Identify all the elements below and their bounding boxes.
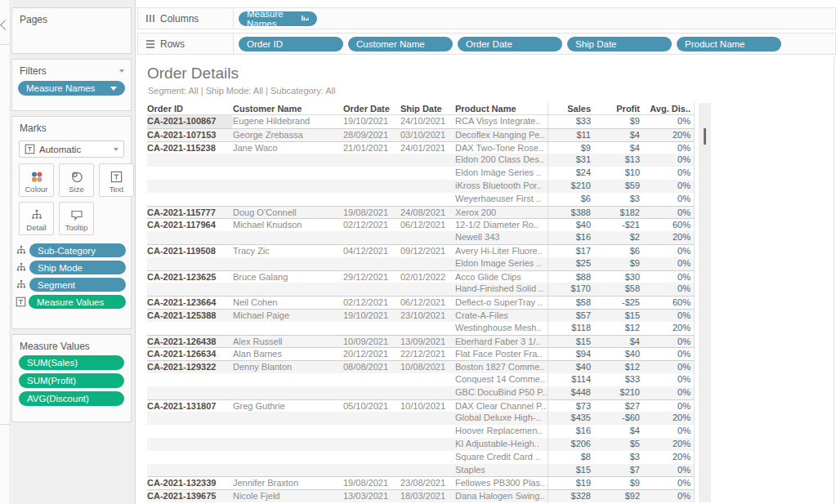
cell-ship-date[interactable] <box>400 412 455 425</box>
cell-profit[interactable]: $4 <box>594 128 643 141</box>
cell-customer-name[interactable] <box>233 167 343 180</box>
column-header-ship-date[interactable]: Ship Date <box>400 103 455 115</box>
cell-order-date[interactable]: 13/03/2021 <box>343 489 400 502</box>
column-header-customer-name[interactable]: Customer Name <box>233 103 343 115</box>
cell-avg-discount[interactable]: 0% <box>643 141 695 154</box>
table-row[interactable]: KI Adjustable-Heigh..$206$520% <box>137 438 695 451</box>
marks-pill-sub-category[interactable]: Sub-Category <box>29 243 126 257</box>
cell-order-id[interactable]: CA-2021-126438 <box>147 335 233 348</box>
table-row[interactable]: Westinghouse Mesh..$118$1220% <box>137 322 695 335</box>
marks-pill-segment[interactable]: Segment <box>29 278 126 292</box>
cell-customer-name[interactable]: Bruce Galang <box>233 270 343 283</box>
cell-customer-name[interactable]: Neil Cohen <box>233 296 343 309</box>
cell-sales[interactable]: $435 <box>548 412 594 425</box>
table-row[interactable]: Global Deluxe High-..$435-$6020% <box>137 412 695 425</box>
cell-sales[interactable]: $210 <box>548 180 594 193</box>
cell-order-date[interactable]: 19/08/2021 <box>343 476 400 489</box>
cell-customer-name[interactable] <box>233 425 343 438</box>
cell-ship-date[interactable]: 23/10/2021 <box>400 309 455 322</box>
cell-product-name[interactable]: Eberhard Faber 3 1/.. <box>455 335 548 348</box>
measure-pill-avg-discount[interactable]: AVG(Discount) <box>19 391 124 406</box>
cell-product-name[interactable]: DAX Two-Tone Rose.. <box>455 141 548 154</box>
cell-profit[interactable]: $210 <box>594 386 643 399</box>
cell-customer-name[interactable]: Jane Waco <box>233 141 343 154</box>
cell-sales[interactable]: $11 <box>548 128 594 141</box>
cell-sales[interactable]: $170 <box>548 283 594 296</box>
cell-order-date[interactable]: 21/01/2021 <box>343 141 400 154</box>
cell-profit[interactable]: $6 <box>594 244 643 257</box>
table-row[interactable]: CA-2021-117964Michael Knudson02/12/20210… <box>137 218 695 231</box>
cell-customer-name[interactable]: Alan Barnes <box>233 347 343 360</box>
cell-sales[interactable]: $16 <box>548 425 594 438</box>
cell-sales[interactable]: $17 <box>548 244 594 257</box>
cell-product-name[interactable]: Fellowes PB300 Plas.. <box>455 476 548 489</box>
colour-button[interactable]: Colour <box>19 163 54 197</box>
cell-sales[interactable]: $328 <box>548 489 594 502</box>
cell-product-name[interactable]: Crate-A-Files <box>455 309 548 322</box>
marks-pill-ship-mode[interactable]: Ship Mode <box>29 261 126 274</box>
cell-order-date[interactable]: 10/09/2021 <box>343 335 400 348</box>
cell-profit[interactable]: $13 <box>594 154 643 167</box>
cell-product-name[interactable]: Deflect-o SuperTray .. <box>455 296 548 309</box>
cell-order-id[interactable]: CA-2021-125388 <box>147 309 233 322</box>
cell-order-date[interactable]: 04/12/2021 <box>343 244 400 257</box>
rows-pill-customer-name[interactable]: Customer Name <box>348 37 453 51</box>
cell-order-id[interactable] <box>147 283 233 296</box>
cell-customer-name[interactable] <box>233 180 343 193</box>
table-row[interactable]: CA-2021-115238Jane Waco21/01/202124/01/2… <box>137 141 695 154</box>
cell-order-date[interactable] <box>343 193 400 206</box>
cell-avg-discount[interactable]: 20% <box>643 412 695 425</box>
cell-order-id[interactable] <box>147 451 233 464</box>
cell-product-name[interactable]: 12-1/2 Diameter Ro.. <box>455 218 548 231</box>
cell-profit[interactable]: $15 <box>594 309 643 322</box>
cell-ship-date[interactable] <box>400 231 455 244</box>
cell-customer-name[interactable] <box>233 438 343 451</box>
cell-avg-discount[interactable]: 0% <box>643 360 695 373</box>
cell-customer-name[interactable] <box>233 322 343 335</box>
rows-pill-order-id[interactable]: Order ID <box>239 37 343 51</box>
cell-customer-name[interactable] <box>233 386 343 399</box>
cell-ship-date[interactable]: 13/09/2021 <box>400 335 455 348</box>
cell-customer-name[interactable]: Nicole Fjeld <box>233 489 343 502</box>
cell-profit[interactable]: $27 <box>594 399 643 413</box>
cell-avg-discount[interactable]: 0% <box>643 167 695 180</box>
sheet-title[interactable]: Order Details <box>147 65 239 83</box>
column-header-product-name[interactable]: Product Name <box>455 103 548 115</box>
cell-profit[interactable]: $9 <box>594 476 643 489</box>
table-row[interactable]: CA-2021-119508Tracy Zic04/12/202109/12/2… <box>137 244 695 257</box>
cell-profit[interactable]: $33 <box>594 373 643 386</box>
cell-order-id[interactable]: CA-2021-131807 <box>147 399 233 413</box>
cell-order-date[interactable] <box>343 257 400 270</box>
table-row[interactable]: Weyerhaeuser First ..$6$30% <box>137 193 695 206</box>
table-row[interactable]: CA-2021-100867Eugene Hildebrand19/10/202… <box>137 115 695 128</box>
cell-ship-date[interactable]: 22/12/2021 <box>400 347 455 360</box>
table-row[interactable]: CA-2021-126634Alan Barnes20/12/202122/12… <box>137 347 695 360</box>
cell-ship-date[interactable] <box>400 167 455 180</box>
cell-product-name[interactable]: Acco Glide Clips <box>455 270 548 283</box>
cell-order-date[interactable] <box>343 322 400 335</box>
cell-product-name[interactable]: Hand-Finished Solid .. <box>455 283 548 296</box>
cell-order-date[interactable] <box>343 451 400 464</box>
cell-order-id[interactable] <box>147 386 233 399</box>
rows-pill-order-date[interactable]: Order Date <box>458 37 562 51</box>
cell-customer-name[interactable] <box>233 193 343 206</box>
filters-shelf[interactable]: Filters Measure Names <box>11 59 132 111</box>
cell-ship-date[interactable]: 10/10/2021 <box>400 399 455 413</box>
cell-profit[interactable]: $40 <box>594 347 643 360</box>
cell-product-name[interactable]: Hoover Replacemen.. <box>455 425 548 438</box>
cell-product-name[interactable]: Decoflex Hanging Pe.. <box>455 128 548 141</box>
table-row[interactable]: CA-2021-126438Alex Russell10/09/202113/0… <box>137 335 695 348</box>
cell-avg-discount[interactable]: 0% <box>643 257 695 270</box>
cell-ship-date[interactable]: 24/01/2021 <box>400 141 455 154</box>
cell-customer-name[interactable]: Tracy Zic <box>233 244 343 257</box>
table-row[interactable]: iKross Bluetooth Por..$210$590% <box>137 180 695 193</box>
cell-ship-date[interactable] <box>400 322 455 335</box>
cell-profit[interactable]: $9 <box>594 257 643 270</box>
table-row[interactable]: Square Credit Card ..$8$320% <box>137 451 695 464</box>
cell-avg-discount[interactable]: 0% <box>643 309 695 322</box>
cell-avg-discount[interactable]: 20% <box>643 451 695 464</box>
detail-button[interactable]: Detail <box>19 202 54 235</box>
cell-avg-discount[interactable]: 0% <box>643 425 695 438</box>
cell-sales[interactable]: $206 <box>548 438 594 451</box>
cell-ship-date[interactable]: 09/12/2021 <box>400 244 455 257</box>
